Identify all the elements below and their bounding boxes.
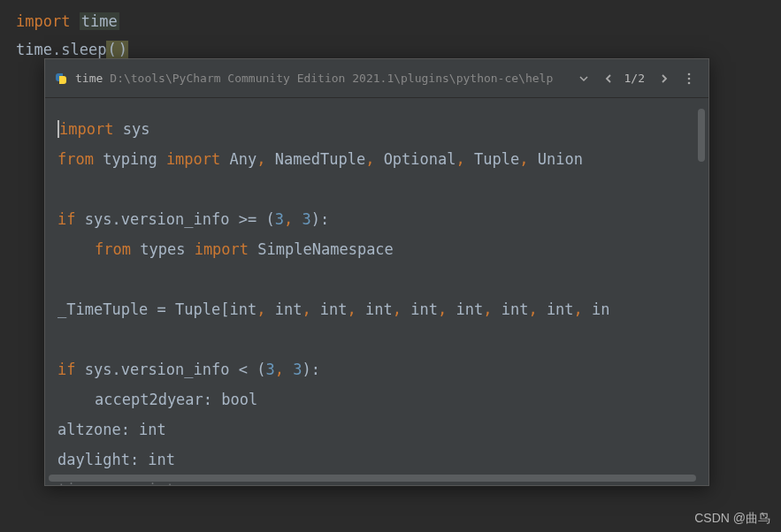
code-line-1: import time [16,7,765,35]
module-time: time [80,12,119,30]
doc-line: from typing import Any, NamedTuple, Opti… [57,144,696,174]
paren-close: ) [118,41,128,58]
pager-label: 1/2 [624,72,645,85]
documentation-popup: time D:\tools\PyCharm Community Edition … [44,58,709,486]
breadcrumb-module[interactable]: time [75,72,103,85]
doc-line: from types import SimpleNamespace [57,234,696,264]
chevron-down-icon[interactable] [573,68,594,89]
next-button[interactable] [654,68,675,89]
popup-header: time D:\tools\PyCharm Community Edition … [45,59,708,98]
documentation-content[interactable]: import sys from typing import Any, Named… [45,98,708,485]
doc-line: if sys.version_info < (3, 3): [57,354,696,384]
doc-line: accept2dyear: bool [57,384,696,414]
vertical-scrollbar[interactable] [698,109,705,162]
function-sleep: sleep [61,41,106,58]
doc-line [57,324,696,354]
identifier-time: time [16,41,52,58]
keyword-import: import [16,12,70,30]
doc-line: if sys.version_info >= (3, 3): [57,204,696,234]
doc-line: altzone: int [57,414,696,445]
paren-open: ( [106,41,117,58]
prev-button[interactable] [598,68,619,89]
doc-line: daylight: int [57,445,696,475]
svg-point-1 [688,77,691,80]
doc-line: import sys [57,114,696,144]
watermark: CSDN @曲鸟 [694,511,770,527]
doc-line [57,174,696,204]
breadcrumb-path: D:\tools\PyCharm Community Edition 2021.… [110,72,569,85]
more-vertical-icon[interactable] [678,68,700,89]
svg-point-2 [688,81,691,84]
horizontal-scrollbar[interactable] [49,475,696,482]
doc-line: _TimeTuple = Tuple[int, int, int, int, i… [57,294,696,324]
doc-line [57,264,696,294]
svg-point-0 [688,72,691,75]
python-icon [54,72,68,86]
